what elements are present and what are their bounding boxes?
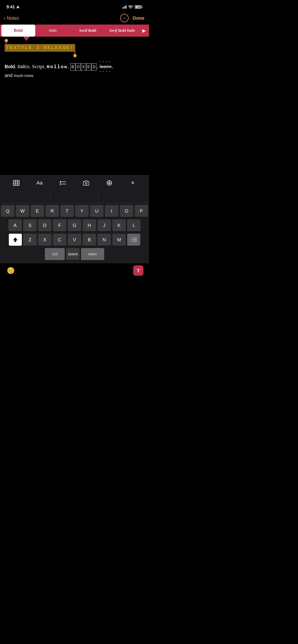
battery-icon: 100: [135, 5, 143, 8]
note-empty-area[interactable]: [0, 129, 149, 175]
bottom-bar: 😊 T: [0, 263, 149, 280]
key-H[interactable]: H: [83, 219, 96, 231]
svg-point-7: [60, 183, 61, 185]
key-I[interactable]: I: [105, 205, 118, 217]
camera-icon: [83, 180, 89, 186]
body-italic: Italics: [18, 64, 30, 69]
textyle-button[interactable]: T: [133, 266, 143, 276]
signal-bars: [122, 5, 127, 8]
table-button[interactable]: [12, 178, 21, 188]
list-button[interactable]: [58, 178, 68, 188]
key-K[interactable]: K: [112, 219, 126, 231]
key-row-2: A S D F G H J K L: [1, 219, 148, 231]
return-button[interactable]: return: [81, 248, 104, 260]
key-G[interactable]: G: [68, 219, 81, 231]
key-W[interactable]: W: [16, 205, 29, 217]
body-hollow: Hollow: [47, 64, 68, 70]
predictive-word-2[interactable]: [51, 190, 99, 203]
key-J[interactable]: J: [98, 219, 111, 231]
bold-style-button[interactable]: Bold: [2, 24, 35, 37]
emoji-icon: 😊: [7, 267, 15, 274]
key-E[interactable]: E: [31, 205, 44, 217]
format-toolbar: Aa ×: [0, 175, 149, 190]
note-body: Bold, Italics, Script, Hollow, BOXED , ×…: [5, 62, 144, 79]
body-script: Script: [32, 64, 44, 69]
note-second-line: and much more: [5, 72, 144, 79]
chevron-left-icon: ‹: [4, 15, 5, 21]
predictive-word-1[interactable]: [2, 190, 51, 203]
cursor-handle-bottom: [73, 54, 77, 57]
close-icon: ×: [131, 179, 134, 186]
key-R[interactable]: R: [46, 205, 59, 217]
list-icon: [60, 180, 66, 186]
back-button[interactable]: ‹ Notes: [4, 15, 19, 21]
svg-rect-0: [13, 180, 19, 186]
key-X[interactable]: X: [38, 234, 52, 246]
key-C[interactable]: C: [53, 234, 66, 246]
svg-point-9: [85, 182, 87, 184]
delete-button[interactable]: [127, 234, 140, 246]
key-Y[interactable]: Y: [75, 205, 89, 217]
done-button[interactable]: Done: [133, 16, 144, 21]
toolbar-arrow: [23, 37, 30, 41]
space-button[interactable]: space: [66, 248, 80, 260]
key-Z[interactable]: Z: [23, 234, 37, 246]
cursor-handle-top: [5, 39, 8, 42]
serif-bold-style-button[interactable]: Serif Bold: [71, 24, 105, 37]
selected-highlight: TEXTYLE 3 RELEASE!: [5, 44, 75, 52]
predictive-bar: [0, 190, 149, 203]
shift-icon: [13, 237, 18, 242]
body-bold: Bold: [5, 64, 15, 69]
markup-button[interactable]: [105, 178, 114, 188]
key-P[interactable]: P: [135, 205, 148, 217]
style-toolbar: Bold Italic Serif Bold Serif Bold Italic…: [0, 24, 149, 37]
key-A[interactable]: A: [8, 219, 22, 231]
wifi-icon: [128, 5, 133, 9]
camera-button[interactable]: [82, 178, 91, 188]
more-button[interactable]: •••: [120, 14, 129, 22]
key-row-4: 123 space return: [1, 248, 148, 260]
table-icon: [13, 180, 20, 186]
body-boxed: BOXED: [70, 63, 97, 70]
key-row-3: Z X C V B N M: [1, 234, 148, 246]
font-button[interactable]: Aa: [35, 178, 44, 188]
status-bar: 9:41 100: [0, 0, 149, 12]
key-T[interactable]: T: [60, 205, 74, 217]
numbers-button[interactable]: 123: [45, 248, 65, 260]
body-laces: × × × × laces × × × ×: [100, 63, 112, 70]
markup-icon: [106, 180, 113, 186]
key-Q[interactable]: Q: [1, 205, 15, 217]
key-B[interactable]: B: [83, 234, 96, 246]
more-icon: •••: [123, 17, 126, 20]
serif-bold-italic-style-button[interactable]: Serif Bold Italic: [106, 24, 139, 37]
key-U[interactable]: U: [90, 205, 104, 217]
delete-icon: [131, 238, 136, 242]
body-much-more: much more: [14, 74, 34, 78]
back-label: Notes: [7, 16, 19, 21]
shift-button[interactable]: [9, 234, 22, 246]
key-S[interactable]: S: [23, 219, 37, 231]
key-D[interactable]: D: [38, 219, 52, 231]
close-format-button[interactable]: ×: [128, 178, 137, 188]
key-N[interactable]: N: [98, 234, 111, 246]
location-icon: [16, 5, 20, 8]
nav-right: ••• Done: [120, 14, 144, 22]
predictive-word-3[interactable]: [99, 190, 147, 203]
font-icon: Aa: [37, 180, 43, 186]
italic-style-button[interactable]: Italic: [36, 24, 70, 37]
emoji-button[interactable]: 😊: [6, 266, 16, 276]
status-time: 9:41: [7, 5, 20, 10]
key-F[interactable]: F: [53, 219, 66, 231]
key-row-1: Q W E R T Y U I O P: [1, 205, 148, 217]
nav-bar: ‹ Notes ••• Done: [0, 12, 149, 24]
clock: 9:41: [7, 5, 15, 10]
selected-text-area: TEXTYLE 3 RELEASE!: [5, 44, 75, 52]
key-O[interactable]: O: [120, 205, 133, 217]
more-styles-button[interactable]: ▶: [140, 26, 148, 35]
selected-text: TEXTYLE 3 RELEASE!: [6, 45, 74, 51]
note-content[interactable]: TEXTYLE 3 RELEASE! Bold, Italics, Script…: [0, 41, 149, 129]
key-L[interactable]: L: [127, 219, 141, 231]
keyboard: Q W E R T Y U I O P A S D F G H J K L Z …: [0, 203, 149, 263]
key-M[interactable]: M: [112, 234, 126, 246]
key-V[interactable]: V: [68, 234, 81, 246]
